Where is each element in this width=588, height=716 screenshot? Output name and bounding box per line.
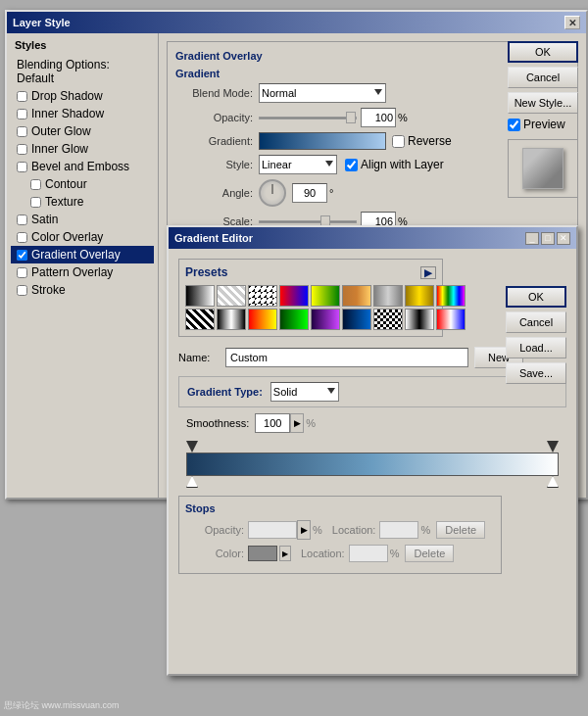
- gradient-type-select[interactable]: Solid: [270, 382, 339, 402]
- gradient-preview[interactable]: [259, 132, 386, 150]
- preset-item[interactable]: [248, 309, 277, 330]
- sidebar-item-gradient-overlay[interactable]: Gradient Overlay: [11, 246, 154, 263]
- preview-checkbox[interactable]: [508, 119, 520, 131]
- ge-save-button[interactable]: Save...: [506, 362, 566, 384]
- preset-item[interactable]: [342, 309, 371, 330]
- sidebar-item-bevel-emboss[interactable]: Bevel and Emboss: [11, 158, 154, 175]
- preset-item[interactable]: [217, 285, 246, 307]
- angle-dial[interactable]: [259, 179, 286, 207]
- outer-glow-checkbox[interactable]: [17, 126, 27, 137]
- stops-opacity-stepper[interactable]: ▶: [297, 520, 311, 540]
- contour-checkbox[interactable]: [30, 179, 41, 190]
- preview-text: Preview: [523, 118, 565, 131]
- preset-item[interactable]: [311, 309, 340, 330]
- stops-opacity-delete-button[interactable]: Delete: [436, 521, 485, 539]
- ge-minimize-button[interactable]: _: [525, 232, 539, 245]
- sidebar-item-satin[interactable]: Satin: [11, 211, 154, 228]
- preset-item[interactable]: [405, 309, 434, 330]
- opacity-stop-right[interactable]: [547, 441, 559, 453]
- inner-glow-checkbox[interactable]: [17, 144, 27, 155]
- preview-label[interactable]: Preview: [508, 118, 578, 131]
- preset-item[interactable]: [373, 309, 403, 330]
- ge-ok-button[interactable]: OK: [506, 286, 566, 308]
- ge-cancel-button[interactable]: Cancel: [506, 311, 566, 333]
- reverse-checkbox[interactable]: [392, 135, 405, 148]
- inner-shadow-checkbox[interactable]: [17, 109, 27, 119]
- preset-item[interactable]: [311, 285, 340, 307]
- ge-load-button[interactable]: Load...: [506, 337, 566, 358]
- preset-item[interactable]: [405, 285, 434, 307]
- scale-slider[interactable]: [259, 220, 357, 223]
- stops-opacity-input[interactable]: [248, 521, 297, 539]
- color-swatch[interactable]: [248, 546, 277, 561]
- preset-item[interactable]: [436, 285, 466, 307]
- stops-opacity-label: Opacity:: [185, 524, 244, 536]
- gradient-overlay-checkbox[interactable]: [17, 250, 27, 261]
- sidebar-item-drop-shadow[interactable]: Drop Shadow: [11, 87, 154, 105]
- name-input[interactable]: [225, 348, 468, 367]
- sidebar-item-texture[interactable]: Texture: [11, 193, 154, 211]
- sidebar-item-contour[interactable]: Contour: [11, 175, 154, 193]
- stops-color-location-unit: %: [390, 548, 400, 559]
- sidebar-item-inner-glow[interactable]: Inner Glow: [11, 140, 154, 158]
- preset-item[interactable]: [279, 309, 309, 330]
- sidebar-item-blending-options[interactable]: Blending Options: Default: [11, 56, 154, 87]
- align-layer-checkbox[interactable]: [345, 159, 358, 171]
- sidebar-styles-label: Styles: [11, 37, 154, 53]
- preset-item[interactable]: [185, 309, 215, 330]
- preset-item[interactable]: [217, 309, 246, 330]
- pattern-overlay-checkbox[interactable]: [17, 267, 27, 278]
- sidebar-item-outer-glow[interactable]: Outer Glow: [11, 122, 154, 140]
- stroke-checkbox[interactable]: [17, 285, 27, 296]
- cancel-button[interactable]: Cancel: [508, 67, 578, 88]
- layer-style-close-button[interactable]: ✕: [564, 16, 580, 29]
- blend-mode-select[interactable]: Normal: [259, 83, 386, 103]
- smoothness-input[interactable]: [255, 413, 290, 433]
- satin-checkbox[interactable]: [17, 215, 27, 225]
- opacity-input[interactable]: [361, 108, 396, 127]
- color-overlay-checkbox[interactable]: [17, 232, 27, 243]
- preset-item[interactable]: [373, 285, 403, 307]
- preset-item[interactable]: [185, 285, 215, 307]
- sidebar-item-pattern-overlay[interactable]: Pattern Overlay: [11, 263, 154, 281]
- layer-style-title: Layer Style: [13, 17, 71, 28]
- presets-arrow-icon[interactable]: ▶: [420, 266, 436, 279]
- stops-opacity-location-label: Location:: [332, 524, 376, 536]
- stops-color-location-input[interactable]: [349, 545, 388, 562]
- bevel-emboss-checkbox[interactable]: [17, 162, 27, 172]
- stops-opacity-location-input[interactable]: [379, 521, 418, 539]
- angle-input[interactable]: [292, 183, 327, 203]
- preset-item[interactable]: [248, 285, 277, 307]
- ge-maximize-button[interactable]: □: [541, 232, 555, 245]
- preset-item[interactable]: [342, 285, 371, 307]
- sidebar-item-stroke[interactable]: Stroke: [11, 281, 154, 299]
- color-stepper[interactable]: ▶: [279, 546, 291, 561]
- preset-item[interactable]: [279, 285, 309, 307]
- presets-section: Presets ▶: [178, 259, 443, 337]
- new-style-button[interactable]: New Style...: [508, 92, 578, 114]
- color-stop-left[interactable]: [186, 476, 198, 488]
- name-label: Name:: [178, 352, 220, 363]
- inner-shadow-label: Inner Shadow: [31, 107, 104, 120]
- reverse-check-label[interactable]: Reverse: [392, 134, 452, 148]
- color-stop-right[interactable]: [547, 476, 559, 488]
- drop-shadow-checkbox[interactable]: [17, 91, 27, 102]
- style-select[interactable]: Linear: [259, 155, 337, 174]
- align-layer-label[interactable]: Align with Layer: [345, 158, 444, 171]
- opacity-stop-left[interactable]: [186, 441, 198, 453]
- presets-title: Presets ▶: [185, 265, 436, 279]
- opacity-slider[interactable]: [259, 117, 357, 119]
- smoothness-stepper[interactable]: ▶: [290, 413, 304, 433]
- side-buttons: OK Cancel New Style... Preview: [508, 41, 578, 198]
- preset-item[interactable]: [436, 309, 466, 330]
- gradient-label: Gradient:: [175, 135, 259, 147]
- angle-label: Angle:: [175, 187, 259, 199]
- sidebar-item-inner-shadow[interactable]: Inner Shadow: [11, 105, 154, 122]
- sidebar-item-color-overlay[interactable]: Color Overlay: [11, 228, 154, 246]
- gradient-bar[interactable]: [186, 453, 559, 476]
- stops-color-delete-button[interactable]: Delete: [405, 545, 454, 562]
- ge-title: Gradient Editor: [174, 232, 253, 244]
- texture-checkbox[interactable]: [30, 197, 41, 208]
- ok-button[interactable]: OK: [508, 41, 578, 63]
- ge-close-button[interactable]: ✕: [557, 232, 570, 245]
